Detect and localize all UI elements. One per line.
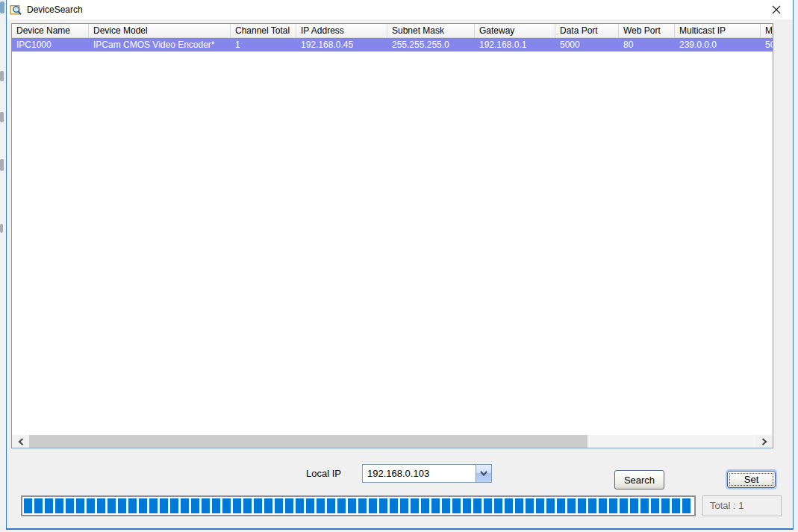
column-header-device-model[interactable]: Device Model [89,24,231,37]
column-header-channel-total[interactable]: Channel Total [231,24,296,37]
total-count-box: Total : 1 [702,495,782,516]
chevron-down-icon [480,471,487,476]
list-header-row: Device Name Device Model Channel Total I… [12,24,773,38]
chevron-left-icon [18,438,24,445]
desktop-background: DeviceSearch Device Name Device Model Ch… [0,0,798,532]
column-header-gateway[interactable]: Gateway [475,24,555,37]
progress-segments [24,498,693,513]
column-header-data-port[interactable]: Data Port [555,24,619,37]
local-ip-combobox[interactable]: 192.168.0.103 [362,464,492,483]
device-row-selected[interactable]: IPC1000 IPCam CMOS Video Encoder* 1 192.… [12,38,773,51]
chevron-right-icon [761,438,767,445]
column-header-device-name[interactable]: Device Name [12,24,89,37]
cell-device-model: IPCam CMOS Video Encoder* [89,38,231,51]
column-header-subnet-mask[interactable]: Subnet Mask [387,24,475,37]
search-progress-bar [21,495,696,516]
column-header-web-port[interactable]: Web Port [619,24,675,37]
column-header-multicast-port-truncated[interactable]: Mu [761,24,773,37]
column-header-multicast-ip[interactable]: Multicast IP [675,24,761,37]
window-title: DeviceSearch [27,4,83,15]
scrollbar-track[interactable] [587,435,755,448]
background-window-fragment [0,159,4,171]
cell-multicast-ip: 239.0.0.0 [675,38,761,51]
scrollbar-thumb[interactable] [29,435,587,448]
cell-subnet-mask: 255.255.255.0 [387,38,475,51]
close-button[interactable] [759,0,793,19]
background-window-fragment [0,1,4,13]
cell-channel-total: 1 [231,38,296,51]
title-bar: DeviceSearch [7,0,793,19]
cell-data-port: 5000 [555,38,619,51]
cell-ip-address: 192.168.0.45 [296,38,387,51]
device-search-dialog: DeviceSearch Device Name Device Model Ch… [6,0,794,530]
scroll-left-button[interactable] [12,435,29,448]
close-icon [772,5,781,14]
background-window-fragment [0,224,3,233]
local-ip-label: Local IP [306,468,341,479]
local-ip-value: 192.168.0.103 [363,468,476,479]
app-icon [10,4,22,16]
background-window-fragment [0,112,4,122]
horizontal-scrollbar [12,435,773,448]
device-list: Device Name Device Model Channel Total I… [11,23,773,448]
cell-multicast-port-truncated: 500 [761,38,773,51]
column-header-ip-address[interactable]: IP Address [296,24,387,37]
cell-gateway: 192.168.0.1 [475,38,555,51]
cell-web-port: 80 [619,38,675,51]
search-button[interactable]: Search [614,470,664,489]
background-window-fragment [0,71,4,81]
set-button[interactable]: Set [727,471,776,488]
scroll-right-button[interactable] [755,435,773,448]
cell-device-name: IPC1000 [12,38,89,51]
combo-dropdown-button[interactable] [476,465,491,482]
